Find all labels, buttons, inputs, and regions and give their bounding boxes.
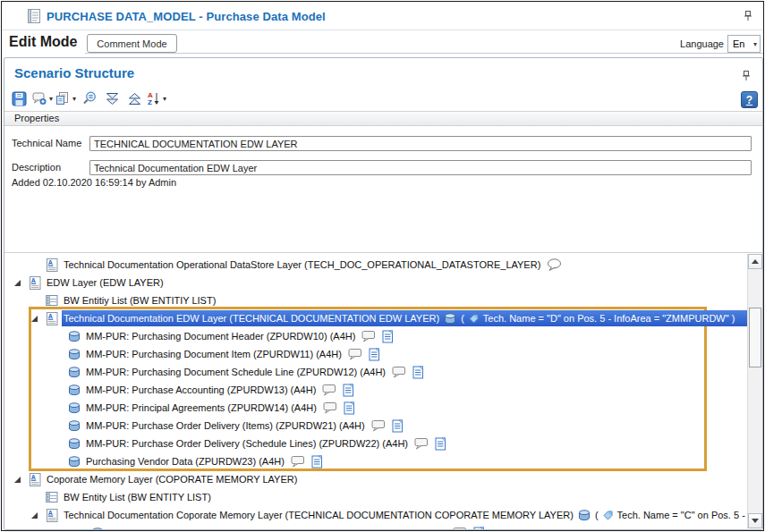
tree-row-label: Technical Documentation Coporate Memory … [64,510,574,520]
comment-bubble-icon[interactable] [414,437,429,450]
scenario-tree: ATechnical Documentation Operational Dat… [4,252,762,529]
chevron-down-icon[interactable]: ▾ [49,95,53,103]
save-button[interactable] [11,89,28,107]
document-icon[interactable] [311,455,323,469]
comment-bubble-icon[interactable] [453,527,467,529]
properties-section-header: Properties [4,111,762,126]
entity-list-icon [46,491,58,503]
tree-row[interactable]: MM-PUR: Purchase Order Delivery (Items) … [4,417,747,435]
tree-row-label: Technical Documentation EDW Layer (TECHN… [64,313,439,324]
properties-label: Properties [14,113,59,123]
document-icon[interactable] [344,401,355,415]
chevron-down-icon[interactable]: ▾ [163,95,166,103]
comment-mode-button[interactable]: Comment Mode [87,34,177,53]
comment-bubble-icon[interactable] [323,401,337,414]
description-input[interactable] [89,160,752,175]
tree-expander-icon[interactable] [13,476,29,484]
svg-text:A: A [48,510,53,516]
tree-row[interactable]: ATechnical Documentation Coporate Memory… [4,506,747,524]
tree-row-selected[interactable]: ATechnical Documentation EDW Layer (TECH… [4,309,747,327]
mode-bar: Edit Mode Comment Mode Language En ▾ [2,31,763,54]
tree-row-content[interactable]: BW Entitiy List (BW ENTITIY LIST) [62,292,217,308]
tree-row[interactable]: Purchasing Vendor Data (ZPURDW23) (A4H) [4,452,747,470]
language-select[interactable]: En ▾ [727,35,761,53]
comment-bubble-icon[interactable] [392,366,406,378]
tree-row-content[interactable]: EDW Layer (EDW LAYER) [45,274,166,291]
comment-bubble-icon[interactable] [371,419,386,432]
tree-row[interactable]: AEDW Layer (EDW LAYER) [4,274,747,291]
tree-row[interactable]: BW Entitiy List (BW ENTITIY LIST) [4,291,747,309]
tree-expander-icon[interactable] [30,315,46,323]
comment-bubble-icon[interactable] [361,330,376,342]
tree-row-content[interactable]: MM-PUR: Purchasing Document Header (ZPUR… [84,328,395,344]
cylinder-icon [68,384,81,396]
tree-row-content[interactable]: MM-PUR: Purchasing Document Item (ZPURDW… [84,346,382,362]
comment-bubble-icon[interactable] [322,384,336,396]
tree-row-content[interactable]: MM-PUR: Purchasing Document Schedule Lin… [84,364,426,380]
vertical-scrollbar[interactable] [747,254,762,528]
zoom-button[interactable] [81,89,98,107]
tree-row-content[interactable]: Technical Documentation Coporate Memory … [62,507,747,523]
technical-name-input[interactable] [89,136,752,151]
tree-row[interactable]: MM-PUR: Purchase Accounting (ZPURDW13) (… [4,381,747,399]
layer-doc-icon: A [29,473,41,486]
scrollbar-thumb[interactable] [749,308,761,367]
tree-row-content[interactable]: MM-PUR: Purchase Order Delivery (Schedul… [84,435,448,452]
expand-all-button[interactable] [105,89,120,107]
tree-row[interactable]: BW Entity List (BW ENTITY LIST) [4,488,747,506]
chevron-down-icon: ▾ [753,40,757,48]
tree-row-content[interactable]: Coporate Memory Layer (COPORATE MEMORY L… [45,471,299,487]
scenario-structure-panel: Scenario Structure ▾ ▾ [4,57,763,530]
tree-row-label: Technical Documentation Operational Data… [64,259,540,270]
technical-name-label: Technical Name [12,138,81,148]
document-icon[interactable] [435,437,446,451]
tree-row-content[interactable]: MM-PUR: Purchase Accounting (ZPURDW13) (… [84,382,356,398]
tree-row[interactable]: MM-PUR: Purchase Order Delivery (Schedul… [4,435,747,452]
layer-doc-icon: A [46,312,58,325]
tree-row[interactable]: ATechnical Documentation Operational Dat… [4,256,747,274]
document-icon[interactable] [473,527,485,530]
tree-row-content[interactable]: Purchasing Vendor Data (ZPURDW23) (A4H) [84,453,325,469]
chevron-down-icon[interactable]: ▾ [72,95,76,103]
comment-bubble-icon[interactable] [291,455,305,468]
scroll-up-button[interactable] [748,254,762,269]
tree-row-content[interactable]: CM MM-PUR: Purchase Data Header (ZLOB_CM… [107,525,487,529]
tree-row[interactable]: CM MM-PUR: Purchase Data Header (ZLOB_CM… [4,524,747,529]
document-icon[interactable] [412,366,424,379]
tree-expander-icon[interactable] [13,279,29,287]
tree-row[interactable]: MM-PUR: Purchasing Document Schedule Lin… [4,363,747,381]
panel-title: Scenario Structure [14,65,134,80]
tree-rows: ATechnical Documentation Operational Dat… [4,253,747,529]
tree-row-label: MM-PUR: Purchasing Document Schedule Lin… [86,367,386,377]
tree-row-annotation: Tech. Name = "C" on Pos. 5 - InfoArea [617,510,747,520]
document-icon[interactable] [343,384,354,397]
tree-row-content[interactable]: Technical Documentation EDW Layer (TECHN… [62,310,747,326]
svg-text:A: A [31,277,36,283]
document-icon[interactable] [392,419,404,433]
tree-row[interactable]: MM-PUR: Purchasing Document Item (ZPURDW… [4,345,747,363]
sort-az-button[interactable]: AZ [146,89,161,107]
database-cylinder-icon [578,510,591,521]
tree-row-content[interactable]: MM-PUR: Principal Agreements (ZPURDW14) … [84,400,357,416]
description-label: Description [12,162,61,173]
pin-icon[interactable] [743,9,753,25]
copy-document-button[interactable] [55,89,71,107]
tree-row-content[interactable]: MM-PUR: Purchase Order Delivery (Items) … [84,418,405,434]
add-comment-button[interactable] [31,89,47,107]
scroll-down-button[interactable] [748,513,762,528]
collapse-all-button[interactable] [127,89,142,107]
tree-row[interactable]: ACoporate Memory Layer (COPORATE MEMORY … [4,470,747,488]
mode-bar-divider [85,53,763,54]
help-button[interactable]: ? [741,91,758,108]
document-icon[interactable] [369,348,380,361]
tree-expander-icon[interactable] [30,511,46,519]
pin-icon[interactable] [741,69,752,85]
tree-row-content[interactable]: Technical Documentation Operational Data… [62,257,564,273]
toolbar: ▾ ▾ AZ ▾ [11,89,168,108]
comment-bubble-icon[interactable] [348,348,362,360]
comment-bubble-icon[interactable] [547,258,562,271]
tree-row[interactable]: MM-PUR: Purchasing Document Header (ZPUR… [4,327,747,345]
tree-row-content[interactable]: BW Entity List (BW ENTITY LIST) [62,489,213,505]
tree-row[interactable]: MM-PUR: Principal Agreements (ZPURDW14) … [4,399,747,417]
document-icon[interactable] [382,330,394,343]
